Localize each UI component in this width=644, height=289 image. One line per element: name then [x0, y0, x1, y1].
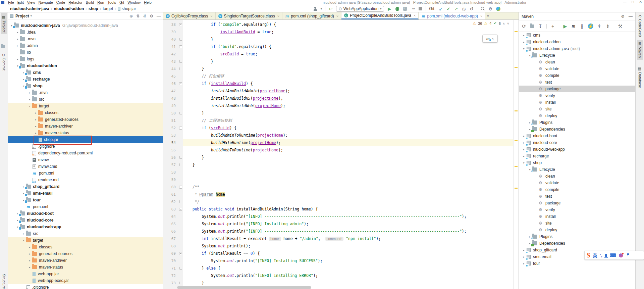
- tree-item-maven-status[interactable]: ▸maven-status: [8, 264, 163, 271]
- tree-item-cms[interactable]: ▸cms: [8, 69, 163, 76]
- gutter-row[interactable]: 56: [163, 154, 183, 161]
- gutter-row[interactable]: 57: [163, 161, 183, 168]
- tree-item-logs[interactable]: ▸logs: [8, 56, 163, 62]
- rollback-icon[interactable]: ↺: [469, 6, 474, 11]
- editor-tab[interactable]: CSingletonTargetSource.class×: [216, 12, 283, 19]
- chevron-right-icon[interactable]: ▸: [15, 31, 20, 34]
- editor-tab[interactable]: CCglibAopProxy.class×: [163, 12, 216, 19]
- menu-file[interactable]: File: [6, 0, 16, 4]
- breadcrumb-item[interactable]: niucloud-addon: [54, 6, 84, 11]
- gutter-row[interactable]: 50: [163, 109, 183, 117]
- gutter-row[interactable]: 69: [163, 250, 183, 257]
- tree-item-shop_giftcard[interactable]: ▸shop_giftcard: [8, 183, 163, 190]
- gutter-row[interactable]: 59: [163, 176, 183, 183]
- tool-window-tab-commit[interactable]: ⊙ Commit: [1, 51, 7, 73]
- tree-item-pom.xml[interactable]: mpom.xml: [8, 203, 163, 210]
- menu-tools[interactable]: Tools: [106, 0, 118, 4]
- sogou-logo-icon[interactable]: S: [587, 252, 590, 259]
- gutter-row[interactable]: 58: [163, 168, 183, 176]
- collapse-all-icon[interactable]: ⇟: [605, 23, 610, 29]
- fold-marker-icon[interactable]: [179, 127, 182, 130]
- hide-panel-icon[interactable]: —: [157, 14, 161, 18]
- code-line[interactable]: }: [183, 58, 519, 65]
- code-line[interactable]: } else {: [183, 264, 519, 272]
- code-line[interactable]: */: [183, 198, 519, 205]
- chevron-right-icon[interactable]: ▸: [21, 232, 26, 235]
- code-line[interactable]: [183, 168, 519, 176]
- code-line[interactable]: // 打包编译: [183, 73, 519, 80]
- project-view-dropdown-icon[interactable]: ▾: [31, 14, 32, 17]
- menu-help[interactable]: Help: [142, 0, 153, 4]
- close-icon[interactable]: ×: [210, 14, 212, 18]
- editor-tab[interactable]: mpom.xml (shop_giftcard)×: [282, 12, 341, 19]
- codegeex-icon[interactable]: [496, 6, 500, 11]
- maven-item-niucloud-boot[interactable]: ▸niucloud-boot: [519, 133, 635, 139]
- code-line[interactable]: System.out.println();: [183, 242, 519, 250]
- generate-sources-icon[interactable]: [530, 25, 534, 28]
- fold-marker-icon[interactable]: [179, 112, 182, 114]
- code-line[interactable]: }: [183, 161, 519, 168]
- maven-item-test[interactable]: ⚙test: [519, 193, 635, 200]
- gutter-row[interactable]: 71: [163, 264, 183, 272]
- gutter-row[interactable]: 65: [163, 220, 183, 228]
- profiler-button[interactable]: ◔▾: [410, 6, 415, 11]
- maven-item-site[interactable]: ⚙site: [519, 106, 635, 112]
- gutter-row[interactable]: 41: [163, 43, 183, 50]
- run-anything-icon[interactable]: ⚡: [588, 23, 593, 29]
- hide-panel-icon[interactable]: —: [629, 14, 633, 19]
- close-icon[interactable]: ×: [480, 14, 482, 18]
- code-line[interactable]: [183, 176, 519, 183]
- menu-refactor[interactable]: Refactor: [67, 0, 84, 4]
- gutter-row[interactable]: 61: [163, 191, 183, 198]
- gutter-row[interactable]: 42: [163, 50, 183, 58]
- chevron-right-icon[interactable]: ▸: [15, 44, 20, 47]
- gutter-row[interactable]: 66: [163, 228, 183, 235]
- gutter-row[interactable]: 54: [163, 139, 183, 146]
- code-line[interactable]: System.out.println("[INFO] Installing ad…: [183, 220, 519, 228]
- gutter-row[interactable]: 67: [163, 235, 183, 242]
- menu-run[interactable]: Run: [96, 0, 106, 4]
- close-icon[interactable]: ×: [336, 14, 338, 18]
- chevron-right-icon[interactable]: ▸: [28, 246, 32, 249]
- next-problem-icon[interactable]: ∨: [507, 22, 509, 25]
- keyboard-icon[interactable]: ⌨: [610, 253, 616, 258]
- maven-item-validate[interactable]: ⚙validate: [519, 180, 635, 186]
- tree-item-lib[interactable]: lib: [8, 49, 163, 56]
- prev-problem-icon[interactable]: ∧: [503, 22, 505, 25]
- user-icon[interactable]: [313, 6, 318, 11]
- ime-menu-icon[interactable]: [626, 253, 629, 257]
- tree-item-.gitignore[interactable]: .gitignore: [8, 143, 163, 150]
- git-update-icon[interactable]: ↙: [438, 6, 443, 11]
- editor-tab[interactable]: CProjectCompileAndBuildTools.java×: [341, 12, 419, 19]
- maven-item-niucloud-web-app[interactable]: ▸niucloud-web-app: [519, 146, 635, 153]
- tool-window-tab-structure[interactable]: Structure: [0, 272, 8, 289]
- menu-build[interactable]: Build: [84, 0, 96, 4]
- back-arrow-icon[interactable]: ↩: [328, 6, 333, 11]
- maven-reload-icon[interactable]: m: [486, 36, 490, 41]
- code-line[interactable]: if (installAndBuild) {: [183, 80, 519, 87]
- minimize-button[interactable]: —: [623, 0, 627, 4]
- tree-item-target[interactable]: ▾target: [8, 237, 163, 244]
- fold-marker-icon[interactable]: [179, 45, 182, 48]
- git-push-icon[interactable]: ↗: [454, 6, 459, 11]
- maven-item-niucloud-core[interactable]: ▸niucloud-core: [519, 139, 635, 146]
- gutter-row[interactable]: 47: [163, 87, 183, 95]
- gutter-row[interactable]: 38: [163, 21, 183, 28]
- gutter-row[interactable]: 48: [163, 95, 183, 102]
- tree-item-tour[interactable]: ▸tour: [8, 197, 163, 203]
- tree-item-.gitignore[interactable]: .gitignore: [8, 284, 163, 289]
- tree-item-readme.md[interactable]: readme.md: [8, 177, 163, 183]
- maven-item-cms[interactable]: ▸cms: [519, 32, 635, 39]
- fold-marker-icon[interactable]: [179, 282, 182, 284]
- maven-item-deploy[interactable]: ⚙deploy: [519, 112, 635, 119]
- chevron-right-icon[interactable]: ▸: [34, 111, 38, 114]
- tree-item-generated-sources[interactable]: ▸generated-sources: [8, 250, 163, 257]
- tree-item-mvnw.cmd[interactable]: mvnw.cmd: [8, 163, 163, 170]
- code-line[interactable]: System.out.println("[INFO] Installing ER…: [183, 272, 519, 279]
- fold-marker-icon[interactable]: [179, 67, 182, 70]
- maven-item-site[interactable]: ⚙site: [519, 220, 635, 227]
- coverage-button[interactable]: [402, 6, 407, 11]
- code-line[interactable]: if (srcBuild) {: [183, 124, 519, 132]
- chevron-down-icon[interactable]: ▾: [28, 105, 32, 108]
- select-opened-file-icon[interactable]: ⊕: [129, 14, 133, 18]
